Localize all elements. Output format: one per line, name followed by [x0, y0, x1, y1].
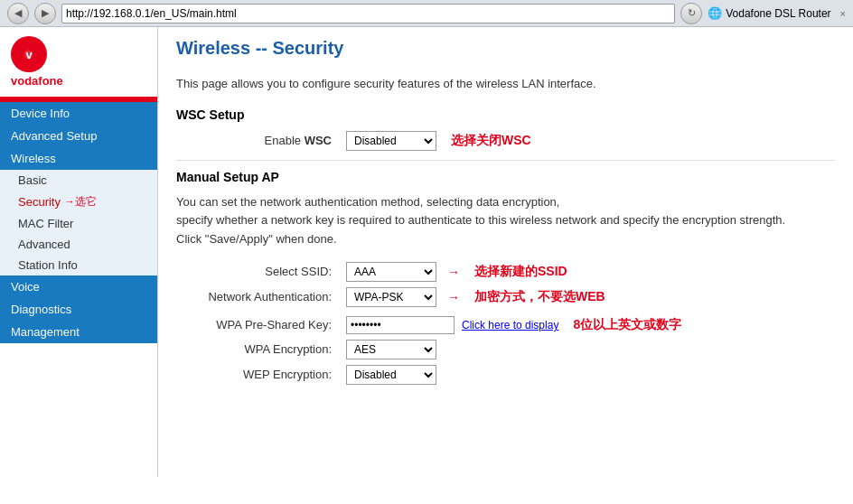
manual-section-title: Manual Setup AP [176, 170, 835, 184]
wpa-key-label: WPA Pre-Shared Key: [176, 318, 339, 331]
main-content: Wireless -- Security This page allows yo… [158, 27, 853, 477]
section-divider-1 [176, 160, 835, 161]
wsc-enable-row: Enable WSC Disabled Enabled 选择关闭WSC [176, 131, 835, 151]
wpa-key-input[interactable] [346, 316, 455, 334]
sidebar-item-advanced-setup[interactable]: Advanced Setup [0, 125, 157, 147]
ssid-label: Select SSID: [176, 265, 339, 278]
sidebar: v vodafone Device Info Advanced Setup Wi… [0, 27, 158, 477]
wep-enc-select[interactable]: Disabled Enabled [346, 365, 436, 385]
back-button[interactable]: ◀ [7, 3, 29, 24]
sidebar-item-wireless[interactable]: Wireless [0, 147, 157, 170]
wpa-key-annotation: 8位以上英文或数字 [573, 317, 681, 333]
wpa-enc-row: WPA Encryption: AES TKIP AES+TKIP [176, 340, 835, 359]
vodafone-logo: v [11, 36, 47, 72]
security-annotation: →选它 [64, 194, 97, 210]
sidebar-item-device-info[interactable]: Device Info [0, 102, 157, 125]
sidebar-item-mac-filter[interactable]: MAC Filter [0, 213, 157, 234]
wpa-key-row: WPA Pre-Shared Key: Click here to displa… [176, 316, 835, 334]
click-hint[interactable]: Click here to display [462, 319, 558, 331]
auth-annotation: 加密方式，不要选WEB [474, 289, 605, 305]
wpa-enc-label: WPA Encryption: [176, 342, 339, 356]
sidebar-item-security[interactable]: Security →选它 [0, 191, 157, 213]
address-bar[interactable] [61, 4, 675, 23]
logo-area: v vodafone [0, 27, 157, 97]
refresh-button[interactable]: ↻ [680, 3, 702, 24]
auth-label: Network Authentication: [176, 290, 339, 303]
wsc-enable-label: Enable WSC [176, 134, 339, 147]
auth-select[interactable]: WPA-PSK WEP None WPA2-PSK [346, 287, 436, 307]
ssid-select[interactable]: AAA [346, 262, 436, 282]
ssid-row: Select SSID: AAA → 选择新建的SSID [176, 262, 835, 282]
tab-close-button[interactable]: × [840, 8, 846, 19]
wsc-section-title: WSC Setup [176, 107, 835, 122]
svg-text:v: v [25, 48, 33, 61]
page-description: This page allows you to configure securi… [176, 75, 835, 93]
wsc-enable-select[interactable]: Disabled Enabled [346, 131, 436, 151]
wep-enc-row: WEP Encryption: Disabled Enabled [176, 365, 835, 385]
sidebar-item-station-info[interactable]: Station Info [0, 255, 157, 275]
wpa-enc-select[interactable]: AES TKIP AES+TKIP [346, 340, 436, 359]
sidebar-item-voice[interactable]: Voice [0, 275, 157, 298]
page-title: Wireless -- Security [176, 38, 835, 64]
wep-enc-label: WEP Encryption: [176, 368, 339, 381]
sidebar-item-management[interactable]: Management [0, 321, 157, 343]
tab-icon: 🌐 [708, 6, 722, 20]
ssid-annotation: 选择新建的SSID [474, 264, 567, 280]
page-body: v vodafone Device Info Advanced Setup Wi… [0, 27, 853, 477]
wpa-section: WPA Pre-Shared Key: Click here to displa… [176, 316, 835, 385]
sidebar-item-diagnostics[interactable]: Diagnostics [0, 298, 157, 321]
forward-button[interactable]: ▶ [34, 3, 56, 24]
sidebar-item-advanced[interactable]: Advanced [0, 234, 157, 255]
wsc-annotation: 选择关闭WSC [451, 133, 531, 149]
browser-toolbar: ◀ ▶ ↻ 🌐 Vodafone DSL Router × [0, 0, 853, 27]
auth-row: Network Authentication: WPA-PSK WEP None… [176, 287, 835, 307]
manual-description: You can set the network authentication m… [176, 193, 835, 249]
tab-label[interactable]: Vodafone DSL Router [726, 7, 830, 20]
sidebar-item-basic[interactable]: Basic [0, 170, 157, 191]
brand-text: vodafone [11, 74, 63, 88]
